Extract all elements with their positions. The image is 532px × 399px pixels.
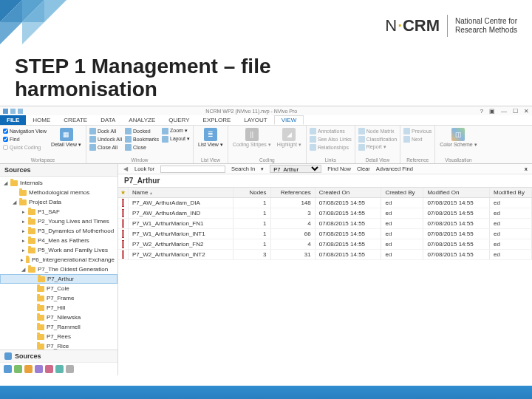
table-row[interactable]: P7_AW_ArthurAdam_IND1307/08/2015 14:55ed…	[118, 208, 532, 219]
tree-item-label: P5_Work and Family Lives	[38, 247, 108, 253]
tab-explore[interactable]: EXPLORE	[197, 115, 238, 125]
annotations-button[interactable]: Annotations	[310, 127, 352, 134]
col-refs[interactable]: References	[271, 188, 316, 197]
list-view-button[interactable]: ≣List View ▾	[197, 127, 225, 149]
col-created[interactable]: Created On	[316, 188, 382, 197]
ribbon-group-reference: Previous Next Reference	[400, 126, 435, 163]
close-window-icon[interactable]: ✕	[524, 108, 529, 115]
find-now-link[interactable]: Find Now	[327, 166, 351, 172]
titlebar: NCRM WP2 (NVivo 11).nvp - NVivo Pro ? ▣ …	[0, 106, 532, 115]
help-icon[interactable]: ?	[480, 108, 483, 115]
report-button[interactable]: Report ▾	[358, 143, 397, 151]
close-all-icon	[89, 144, 96, 151]
tree-item[interactable]: ▸P5_Work and Family Lives	[0, 245, 117, 255]
tree-item[interactable]: ▸P2_Young Lives and Times	[0, 216, 117, 226]
tree-item[interactable]: ◢Internals	[0, 178, 117, 188]
col-nodes[interactable]: Nodes	[233, 188, 270, 197]
cell-created: 07/08/2015 14:55	[316, 239, 382, 249]
relationships-button[interactable]: Relationships	[310, 143, 352, 151]
table-row[interactable]: P7_W2_ArthurMarion_FN21407/08/2015 14:55…	[118, 239, 532, 250]
col-modified-by[interactable]: Modified By	[490, 188, 532, 197]
look-for-input[interactable]	[160, 166, 225, 173]
find-checkbox[interactable]: Find	[3, 135, 47, 143]
tree-item[interactable]: P7_Hill	[0, 303, 117, 313]
ribbon-options-icon[interactable]: ▣	[489, 108, 495, 115]
tab-view[interactable]: VIEW	[274, 115, 304, 125]
caret-icon: ▸	[21, 228, 26, 234]
collapse-find-icon[interactable]: ◀	[123, 166, 129, 172]
nav-mini-icons[interactable]	[0, 363, 117, 375]
redo-icon[interactable]	[18, 109, 23, 114]
nav-mini-icon[interactable]	[4, 365, 12, 373]
tree-item[interactable]: ▸P6_Intergenerational Exchange	[0, 255, 117, 265]
zoom-button[interactable]: Zoom ▾	[162, 127, 190, 134]
tree-item[interactable]: ▸P3_Dynamics of Motherhood	[0, 226, 117, 236]
tab-layout[interactable]: LAYOUT	[237, 115, 273, 125]
nav-mini-icon[interactable]	[66, 365, 74, 373]
node-matrix-button[interactable]: Node Matrix	[358, 127, 397, 134]
coding-stripes-button[interactable]: ||Coding Stripes ▾	[231, 127, 273, 149]
undock-all-button[interactable]: Undock All	[89, 135, 122, 143]
grid-header[interactable]: ★ Name▴ Nodes References Created On Crea…	[118, 187, 532, 198]
tab-data[interactable]: DATA	[94, 115, 122, 125]
table-row[interactable]: P7_W1_ArthurMarion_INT116607/08/2015 14:…	[118, 229, 532, 239]
table-row[interactable]: P7_AW_ArthurAdam_DIA114807/08/2015 14:55…	[118, 198, 532, 208]
sources-tree[interactable]: ◢InternalsMethodological memos◢Project D…	[0, 177, 117, 349]
tab-query[interactable]: QUERY	[162, 115, 196, 125]
see-also-icon	[310, 136, 316, 143]
save-icon[interactable]	[3, 109, 8, 114]
tree-item[interactable]: P7_Frame	[0, 293, 117, 303]
tree-item[interactable]: ◢P7_The Oldest Generation	[0, 265, 117, 274]
nav-view-checkbox[interactable]: Navigation View	[3, 127, 47, 134]
see-also-button[interactable]: See Also Links	[310, 135, 352, 143]
zoom-icon	[162, 128, 168, 134]
nav-mini-icon[interactable]	[24, 365, 33, 373]
tree-item[interactable]: P7_Arthur	[0, 274, 117, 284]
tree-item[interactable]: ▸P1_SAF	[0, 207, 117, 216]
docked-button[interactable]: Docked	[125, 127, 159, 134]
table-row[interactable]: P7_W2_ArthurMarion_INT233107/08/2015 14:…	[118, 250, 532, 260]
col-created-by[interactable]: Created By	[381, 188, 423, 197]
quick-access-toolbar[interactable]	[3, 109, 23, 114]
close-button[interactable]: Close	[125, 143, 159, 151]
tree-item[interactable]: Methodological memos	[0, 188, 117, 197]
tab-file[interactable]: FILE	[0, 115, 26, 125]
nav-mini-icon[interactable]	[35, 365, 43, 373]
advanced-find-link[interactable]: Advanced Find	[376, 166, 413, 172]
tree-item[interactable]: ▸P4_Men as Fathers	[0, 236, 117, 245]
classification-button[interactable]: Classification	[358, 135, 397, 143]
search-in-select[interactable]: P7_Arthur	[270, 165, 321, 173]
undo-icon[interactable]	[10, 109, 16, 114]
quick-coding-checkbox[interactable]: Quick Coding	[3, 143, 47, 151]
nav-mini-icon[interactable]	[45, 365, 53, 373]
table-row[interactable]: P7_W1_ArthurMarion_FN11407/08/2015 14:55…	[118, 219, 532, 229]
tree-item-label: Methodological memos	[29, 189, 89, 196]
highlight-button[interactable]: ◢Highlight ▾	[276, 127, 303, 149]
color-scheme-button[interactable]: ◫Color Scheme ▾	[438, 127, 478, 149]
maximize-icon[interactable]: ☐	[513, 108, 518, 115]
col-modified[interactable]: Modified On	[423, 188, 490, 197]
tab-home[interactable]: HOME	[26, 115, 57, 125]
col-name[interactable]: Name▴	[129, 188, 233, 197]
close-all-button[interactable]: Close All	[89, 143, 122, 151]
nav-mini-icon[interactable]	[14, 365, 22, 373]
tree-item[interactable]: ◢Project Data	[0, 197, 117, 207]
tree-item[interactable]: P7_Rammell	[0, 322, 117, 332]
tree-item[interactable]: P7_Nilewska	[0, 313, 117, 322]
nav-section-sources[interactable]: Sources	[0, 350, 117, 363]
minimize-icon[interactable]: —	[501, 108, 507, 115]
clear-link[interactable]: Clear	[357, 166, 370, 172]
tab-analyze[interactable]: ANALYZE	[122, 115, 162, 125]
layout-button[interactable]: Layout ▾	[162, 135, 190, 143]
previous-button[interactable]: Previous	[403, 127, 432, 134]
bookmarks-button[interactable]: Bookmarks	[125, 135, 159, 143]
detail-view-button[interactable]: ▦Detail View ▾	[50, 127, 83, 149]
tab-create[interactable]: CREATE	[57, 115, 94, 125]
tree-item[interactable]: P7_Rees	[0, 332, 117, 341]
find-close-icon[interactable]: x	[525, 166, 528, 172]
nav-mini-icon[interactable]	[55, 365, 64, 373]
dock-all-button[interactable]: Dock All	[89, 127, 122, 134]
tree-item[interactable]: P7_Cole	[0, 284, 117, 293]
tree-item[interactable]: P7_Rice	[0, 341, 117, 349]
next-button[interactable]: Next	[403, 135, 432, 143]
